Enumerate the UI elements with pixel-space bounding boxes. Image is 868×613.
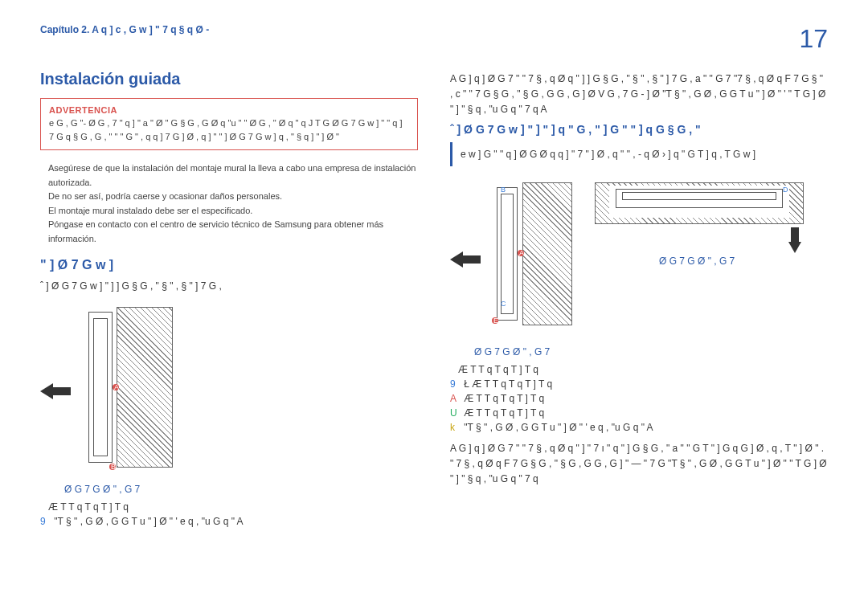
page-number: 17 [799,24,828,54]
marker-d: D [783,186,788,194]
header-row: Capítulo 2. A q ] c , G w ] " 7 q § q Ø … [40,24,828,54]
diagram-wall-vertical: A B [40,307,265,477]
diagram-caption-right: Ø G 7 G Ø " , G 7 [474,346,828,358]
marker-e: E [493,317,498,325]
right-para2: A G ] q ] Ø G 7 " " 7 § , q Ø q " ] " 7 … [450,441,828,488]
info-line: Asegúrese de que la instalación del mont… [48,161,418,190]
panel-top-inner [622,192,776,200]
info-line: Póngase en contacto con el centro de ser… [48,218,418,246]
arrow-left-icon [40,383,53,399]
warning-box: ADVERTENCIA e G , G "- Ø G , 7 " q ] " a… [40,98,418,150]
warning-label: ADVERTENCIA [49,105,409,115]
legend-pm2: Æ T T q T q T ] T q [450,362,828,377]
arrow-down-icon [788,242,801,253]
info-line: De no ser así, podría caerse y ocasionar… [48,190,418,204]
hatched-wall-vert [522,182,572,325]
marker-b: B [501,186,506,194]
content-columns: Instalación guiada ADVERTENCIA e G , G "… [40,70,828,529]
marker-a2: A [519,249,524,257]
warning-body: e G , G "- Ø G , 7 " q ] " a " Ø " G § G… [49,116,409,143]
arrow-shaft [463,255,481,264]
legend-9: 9 "T § " , G Ø , G G T u " ] Ø " ' e q ,… [40,514,418,529]
subheading-ventilation: " ] Ø 7 G w ] [40,258,418,272]
arrow-left-icon [450,251,463,268]
note-bar: e w ] G " " q ] Ø G Ø q q ] " 7 " ] Ø , … [450,142,828,166]
legend-pm: Æ T T q T q T ] T q [40,500,418,514]
legend-9-2: 9 Ł Æ T T q T q T ] T q [450,377,828,391]
marker-c: C [501,300,506,308]
page-title: Instalación guiada [40,70,418,88]
info-line: El montaje mural instalado debe ser el e… [48,204,418,219]
breadcrumb: Capítulo 2. A q ] c , G w ] " 7 q § q Ø … [40,24,209,35]
diagram-caption-left: Ø G 7 G Ø " , G 7 [64,484,418,495]
panel-inner [93,318,108,456]
legend-A: A Æ T T q T q T ] T q [450,391,828,406]
info-paragraphs: Asegúrese de que la instalación del mont… [48,161,418,247]
subheading-body: ˆ ] Ø G 7 G w ] " ] ] G § G , " § " , § … [40,279,418,294]
subheading-2: ˆ ] Ø G 7 G w ] " ] " ] q " G , " ] G " … [450,123,828,136]
hatched-wall [117,307,173,468]
panel-inner-2 [501,194,514,314]
caption-top-right: Ø G 7 G Ø " , G 7 [659,255,735,267]
marker-a-label: A [114,383,119,391]
arrow-shaft [53,387,71,395]
right-para1: A G ] q ] Ø G 7 " " 7 § , q Ø q " ] ] G … [450,72,828,118]
left-column: Instalación guiada ADVERTENCIA e G , G "… [40,70,418,529]
diagram-combined: B D A C E Ø G 7 G Ø " , G 7 [450,179,820,340]
legend-k: k "T § " , G Ø , G G T u " ] Ø " ' e q ,… [450,420,828,435]
right-column: A G ] q ] Ø G 7 " " 7 § , q Ø q " ] ] G … [450,70,828,529]
marker-b-label: B [111,463,116,471]
arrow-down-shaft [791,227,799,242]
legend-U: U Æ T T q T q T ] T q [450,406,828,420]
